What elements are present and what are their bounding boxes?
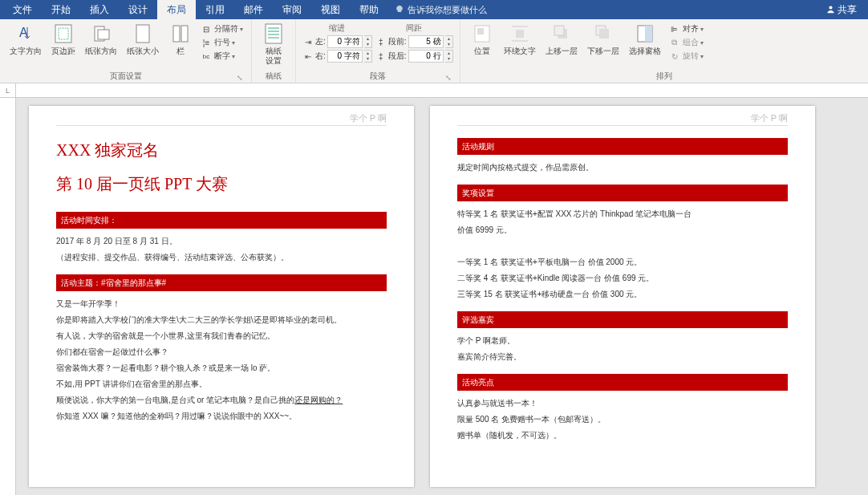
group-draft: 稿纸 设置 稿纸 xyxy=(252,19,296,83)
dialog-launcher-icon[interactable]: ⤡ xyxy=(237,74,243,82)
body-text[interactable]: 认真参与就送书一本！ xyxy=(457,396,788,410)
section-heading[interactable]: 奖项设置 xyxy=(457,185,788,201)
margins-button[interactable]: 页边距 xyxy=(48,21,79,58)
page-header-rule xyxy=(56,125,387,126)
svg-rect-20 xyxy=(554,26,564,35)
body-text[interactable]: 限量 500 名 免费赠书一本（包邮寄送）。 xyxy=(457,412,788,426)
orientation-button[interactable]: 纸张方向 xyxy=(82,21,120,58)
chevron-down-icon: ▾ xyxy=(700,26,704,33)
indent-right-spinner[interactable]: ⇤右:▴▾ xyxy=(302,50,372,63)
tab-file[interactable]: 文件 xyxy=(3,0,42,20)
section-heading[interactable]: 活动亮点 xyxy=(457,374,788,391)
tell-me-search[interactable]: 告诉我你想要做什么 xyxy=(388,4,493,16)
body-text[interactable]: 特等奖 1 名 获奖证书+配置 XXX 芯片的 Thinkpad 笔记本电脑一台 xyxy=(457,207,788,221)
body-text[interactable]: 宿舍装饰大赛？一起看电影？耕个狼人杀？或是来一场 lo 萨。 xyxy=(56,361,387,375)
columns-label: 栏 xyxy=(176,47,185,56)
svg-rect-5 xyxy=(98,30,109,39)
tell-me-label: 告诉我你想要做什么 xyxy=(408,4,487,16)
spinner-arrows[interactable]: ▴▾ xyxy=(445,50,453,63)
spinner-arrows[interactable]: ▴▾ xyxy=(445,35,453,48)
tab-references[interactable]: 引用 xyxy=(196,0,234,20)
breaks-label: 分隔符 xyxy=(214,23,238,34)
body-text-underline: 还是网购的？ xyxy=(294,396,343,404)
breaks-button[interactable]: ⊟分隔符▾ xyxy=(199,22,245,35)
body-text[interactable]: 不如,用 PPT 讲讲你们在宿舍里的那点事。 xyxy=(56,377,387,391)
tab-help[interactable]: 帮助 xyxy=(350,0,388,20)
line-numbers-button[interactable]: ¦≡行号▾ xyxy=(199,36,245,49)
paragraph-group-label: 段落 xyxy=(370,71,386,80)
doc-title-1[interactable]: XXX 独家冠名 xyxy=(56,136,387,164)
spacing-before-input[interactable] xyxy=(408,35,444,48)
text-direction-button[interactable]: A 文字方向 xyxy=(6,21,45,58)
margins-label: 页边距 xyxy=(51,47,75,56)
align-button[interactable]: ⊫对齐▾ xyxy=(667,22,705,35)
tab-view[interactable]: 视图 xyxy=(311,0,350,20)
spacing-after-input[interactable] xyxy=(408,50,444,63)
dialog-launcher-icon[interactable]: ⤡ xyxy=(445,74,452,82)
body-text[interactable]: 又是一年开学季！ xyxy=(56,297,387,310)
tab-home[interactable]: 开始 xyxy=(42,0,80,20)
chevron-down-icon: ▾ xyxy=(232,53,235,60)
body-text[interactable]: 顺便说说，你大学的第一台电脑,是台式 or 笔记本电脑？是自己挑的还是网购的？ xyxy=(56,393,387,407)
svg-rect-16 xyxy=(516,30,524,38)
share-button[interactable]: 共享 xyxy=(818,3,865,17)
spinner-arrows[interactable]: ▴▾ xyxy=(364,50,372,63)
body-text[interactable]: 价值 6999 元。 xyxy=(457,223,788,237)
tab-review[interactable]: 审阅 xyxy=(273,0,311,20)
body-text[interactable]: 2017 年 8 月 20 日至 8 月 31 日。 xyxy=(56,234,387,248)
document-canvas[interactable]: 学个 P 啊 XXX 独家冠名 第 10 届一页纸 PPT 大赛 活动时间安排：… xyxy=(16,98,868,495)
position-button: 位置 xyxy=(467,21,497,58)
body-text[interactable]: 三等奖 15 名 获奖证书+移动硬盘一台 价值 300 元。 xyxy=(457,287,788,301)
page-1[interactable]: 学个 P 啊 XXX 独家冠名 第 10 届一页纸 PPT 大赛 活动时间安排：… xyxy=(29,106,414,487)
align-label: 对齐 xyxy=(683,23,699,34)
indent-right-icon: ⇤ xyxy=(302,51,314,62)
svg-rect-15 xyxy=(477,28,484,34)
body-text-span: 顺便说说，你大学的第一台电脑,是台式 or 笔记本电脑？是自己挑的 xyxy=(56,396,294,404)
indent-left-input[interactable] xyxy=(327,35,363,48)
body-text[interactable]: 你们都在宿舍一起做过什么事？ xyxy=(56,345,387,359)
doc-title-2[interactable]: 第 10 届一页纸 PPT 大赛 xyxy=(56,170,387,197)
body-text[interactable]: 学个 P 啊老师。 xyxy=(457,334,788,347)
orientation-icon xyxy=(90,22,112,45)
tab-mailings[interactable]: 邮件 xyxy=(234,0,273,20)
group-objects-button: ⧉组合▾ xyxy=(667,36,705,49)
section-heading[interactable]: 活动规则 xyxy=(457,138,788,155)
body-text[interactable]: （进程安排、提交作品、获得编号、活动结束评选、公布获奖）。 xyxy=(56,250,387,264)
body-text[interactable]: 有人说，大学的宿舍就是一个小世界,这里有我们青春的记忆。 xyxy=(56,329,387,343)
hyphenation-button[interactable]: bc断字▾ xyxy=(199,50,245,63)
bring-forward-label: 上移一层 xyxy=(546,47,578,56)
body-text[interactable]: 你是即将踏入大学校门的准大学生\大二大三的学长学姐\还是即将毕业的老司机。 xyxy=(56,313,387,327)
group-arrange: 位置 环绕文字 上移一层 下移一层 选择窗格 ⊫对齐▾ ⧉组合▾ ↻旋转▾ xyxy=(460,19,868,83)
ruler-horizontal[interactable] xyxy=(16,83,868,97)
indent-right-input[interactable] xyxy=(327,50,363,63)
section-heading[interactable]: 活动主题：#宿舍里的那点事# xyxy=(56,274,387,291)
spacing-before-spinner[interactable]: ‡段前:▴▾ xyxy=(375,35,453,48)
ruler-horizontal-row: L xyxy=(0,83,868,98)
draft-group-label: 稿纸 xyxy=(258,70,289,83)
ruler-vertical[interactable] xyxy=(0,98,16,495)
section-heading[interactable]: 评选嘉宾 xyxy=(457,311,788,328)
body-text[interactable]: 你知道 XXX 嘛？知道他的全称吗？用过嘛？说说你眼中的 XXX~~。 xyxy=(56,409,387,423)
tab-layout[interactable]: 布局 xyxy=(157,0,196,20)
group-page-setup: A 文字方向 页边距 纸张方向 纸张大小 栏 ⊟分隔符▾ ¦≡行号▾ xyxy=(0,19,252,83)
body-text[interactable]: 规定时间内按格式提交，作品需原创。 xyxy=(457,160,788,174)
body-text[interactable]: 一等奖 1 名 获奖证书+平板电脑一台 价值 2000 元。 xyxy=(457,255,788,269)
page-2[interactable]: 学个 P 啊 活动规则 规定时间内按格式提交，作品需原创。 奖项设置 特等奖 1… xyxy=(430,106,815,487)
body-text[interactable]: 赠书单（随机发，不可选）。 xyxy=(457,428,788,442)
body-text[interactable]: 二等奖 4 名 获奖证书+Kindle 阅读器一台 价值 699 元。 xyxy=(457,271,788,285)
section-heading[interactable]: 活动时间安排： xyxy=(56,212,387,229)
tab-design[interactable]: 设计 xyxy=(119,0,157,20)
indent-left-spinner[interactable]: ⇥左:▴▾ xyxy=(302,35,372,48)
body-text[interactable]: 嘉宾简介待完善。 xyxy=(457,350,788,363)
columns-button[interactable]: 栏 xyxy=(165,21,196,58)
tab-insert[interactable]: 插入 xyxy=(80,0,119,20)
spinner-arrows[interactable]: ▴▾ xyxy=(364,35,372,48)
draft-settings-button[interactable]: 稿纸 设置 xyxy=(258,21,289,67)
size-button[interactable]: 纸张大小 xyxy=(124,21,162,58)
breaks-icon: ⊟ xyxy=(201,23,212,34)
align-icon: ⊫ xyxy=(669,23,680,34)
selection-pane-button[interactable]: 选择窗格 xyxy=(626,21,664,58)
bring-forward-icon xyxy=(550,22,573,45)
spacing-after-spinner[interactable]: ‡段后:▴▾ xyxy=(375,50,453,63)
svg-rect-2 xyxy=(55,25,71,43)
